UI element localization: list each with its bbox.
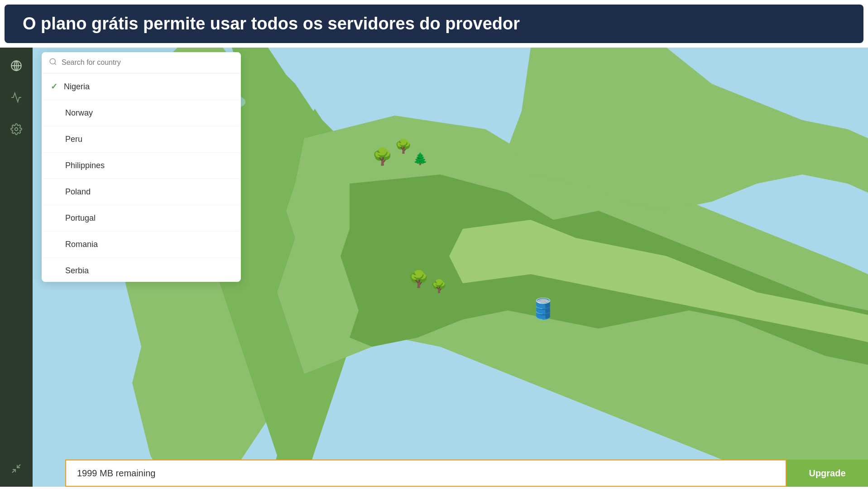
sidebar-minimize-icon[interactable]: [7, 460, 25, 478]
barrel-icon: 🛢️: [531, 297, 556, 320]
country-name: Poland: [65, 187, 91, 197]
upgrade-button[interactable]: Upgrade: [786, 460, 868, 487]
country-name: Portugal: [65, 213, 96, 223]
tree-3: 🌲: [413, 152, 427, 166]
tree-2: 🌳: [395, 138, 412, 154]
search-icon: [49, 58, 57, 68]
sidebar: [0, 48, 33, 487]
country-item[interactable]: Norway: [42, 100, 241, 126]
country-item[interactable]: ✓Nigeria: [42, 73, 241, 100]
check-icon: ✓: [51, 82, 58, 92]
data-remaining-text: 1999 MB remaining: [77, 468, 155, 479]
banner-text: O plano grátis permite usar todos os ser…: [23, 13, 520, 35]
country-item[interactable]: Portugal: [42, 205, 241, 232]
svg-line-6: [17, 465, 20, 468]
svg-line-5: [12, 470, 15, 473]
banner: O plano grátis permite usar todos os ser…: [5, 5, 863, 43]
country-name: Norway: [65, 108, 93, 118]
country-item[interactable]: Serbia: [42, 258, 241, 282]
svg-point-4: [15, 128, 18, 131]
sidebar-globe-icon[interactable]: [7, 57, 25, 75]
tree-5: 🌳: [431, 279, 447, 294]
search-box: [42, 52, 241, 73]
country-name: Nigeria: [64, 82, 90, 92]
tree-4: 🌳: [408, 270, 429, 289]
country-item[interactable]: Philippines: [42, 153, 241, 179]
country-name: Peru: [65, 135, 82, 144]
map-area: 🌳 🌳 🌲 🌳 🌳 🛢️ ✓NigeriaNorwayPeruPhilippin…: [33, 48, 868, 487]
country-item[interactable]: Romania: [42, 232, 241, 258]
country-dropdown: ✓NigeriaNorwayPeruPhilippinesPolandPortu…: [42, 52, 241, 282]
svg-line-10: [54, 63, 56, 65]
country-item[interactable]: Peru: [42, 126, 241, 153]
svg-point-9: [50, 59, 55, 64]
tree-1: 🌳: [372, 147, 393, 166]
data-remaining-display: 1999 MB remaining: [65, 460, 786, 487]
country-item[interactable]: Poland: [42, 179, 241, 205]
country-name: Romania: [65, 240, 98, 249]
country-list[interactable]: ✓NigeriaNorwayPeruPhilippinesPolandPortu…: [42, 73, 241, 282]
country-name: Philippines: [65, 161, 105, 170]
country-name: Serbia: [65, 266, 89, 276]
bottom-bar: 1999 MB remaining Upgrade: [65, 460, 868, 487]
search-input[interactable]: [62, 58, 234, 67]
app-container: 🌳 🌳 🌲 🌳 🌳 🛢️ ✓NigeriaNorwayPeruPhilippin…: [0, 48, 868, 487]
sidebar-settings-icon[interactable]: [7, 120, 25, 138]
sidebar-signal-icon[interactable]: [7, 88, 25, 107]
